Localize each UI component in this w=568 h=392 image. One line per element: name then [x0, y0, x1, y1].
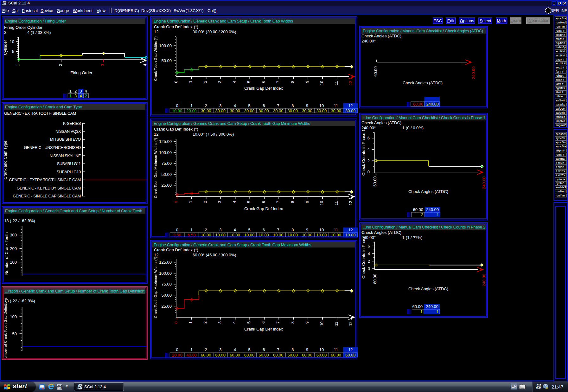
svg-text:S: S — [536, 383, 541, 390]
svg-text:S: S — [3, 1, 6, 6]
svg-text:321: 321 — [57, 387, 62, 389]
svg-text:S: S — [77, 383, 82, 391]
